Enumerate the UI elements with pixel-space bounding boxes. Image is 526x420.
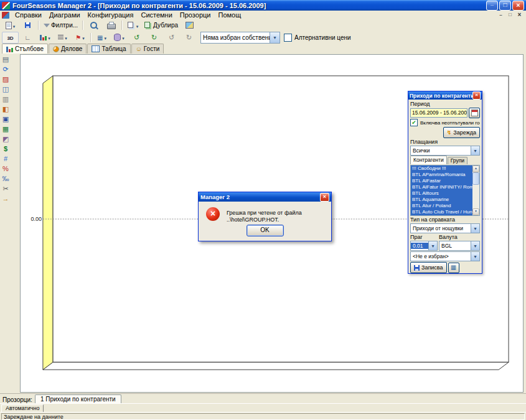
menu-item[interactable]: Конфигурация — [84, 11, 138, 19]
chevron-down-icon — [122, 34, 124, 41]
permille-icon[interactable]: ‰ — [1, 174, 11, 183]
period-input[interactable]: 15.06.2009 - 15.06.2009 — [410, 108, 467, 118]
close-button[interactable] — [512, 1, 524, 11]
list-scrollbar[interactable] — [472, 166, 479, 215]
grid-button[interactable] — [93, 32, 110, 44]
report-options-button[interactable] — [448, 263, 459, 273]
error-dialog-titlebar[interactable]: Manager 2 — [199, 192, 331, 202]
duplicate-button[interactable]: Дублира — [142, 19, 181, 31]
include-guests-checkbox[interactable] — [410, 119, 418, 126]
marks-button[interactable] — [72, 32, 88, 44]
gallery-button[interactable] — [181, 19, 198, 31]
copy-chart-icon[interactable]: ◫ — [1, 85, 11, 93]
export-icon[interactable]: → — [1, 194, 11, 203]
rotate-right-button[interactable] — [146, 32, 162, 44]
chart-type-button[interactable] — [37, 32, 54, 44]
maximize-button[interactable] — [499, 1, 511, 11]
error-icon — [206, 207, 220, 221]
lightning-icon — [447, 130, 452, 136]
bar-style-icon[interactable]: ▦ — [1, 124, 11, 133]
depth-button[interactable] — [111, 32, 128, 44]
titlebar[interactable]: FourSeasons Manager 2 - [Приходи по конт… — [0, 0, 526, 11]
values-icon[interactable]: # — [1, 154, 11, 163]
app-icon — [2, 2, 10, 9]
report-panel-close-button[interactable] — [472, 91, 481, 100]
contractor-item[interactable]: BTL AlFatur INFINITY/ Romani — [411, 184, 472, 190]
report-type-select[interactable]: Приходи от нощувки — [410, 223, 480, 233]
contractors-list: !!! Свободни !!!BTL APamrina/RomaniaBTL … — [411, 166, 472, 215]
axes-icon — [25, 34, 31, 41]
tab-table-label: Таблица — [101, 45, 126, 52]
error-dialog-close-button[interactable] — [320, 193, 329, 202]
mdi-close-button[interactable] — [515, 11, 524, 19]
contractor-item[interactable]: BTL APamrina/Romania — [411, 172, 472, 178]
payments-select[interactable]: Всички — [410, 146, 480, 156]
save-report-button[interactable]: Записва — [410, 262, 447, 273]
alternative-prices-checkbox[interactable] — [284, 34, 292, 42]
mdi-minimize-button[interactable] — [496, 11, 505, 19]
contractor-item[interactable]: !!! Свободни !!! — [411, 166, 472, 172]
threshold-combo[interactable]: 0.01 — [410, 241, 438, 251]
chart-wall-icon[interactable]: ▥ — [1, 95, 11, 103]
currency-label: Валута — [439, 234, 458, 240]
ok-button[interactable]: OK — [247, 225, 284, 236]
scroll-up-button[interactable] — [472, 166, 479, 172]
menu-item[interactable]: Помощ — [214, 11, 245, 19]
save-chart-icon[interactable]: ▣ — [1, 114, 11, 123]
tab-pie[interactable]: Дялове — [49, 44, 87, 54]
owner-select[interactable]: Няма избран собственици — [200, 32, 280, 44]
menu-item[interactable]: Справки — [11, 11, 45, 19]
tab-columns[interactable]: Стълбове — [2, 44, 48, 54]
print-preview-button[interactable] — [85, 19, 102, 31]
window-tab[interactable]: 1 Приходи по контрагенти — [35, 394, 121, 404]
report-panel-titlebar[interactable]: Приходи по контрагенти — [408, 91, 482, 100]
currency-icon[interactable]: $ — [1, 144, 11, 153]
new-button[interactable] — [2, 19, 19, 31]
view-3d-button[interactable] — [2, 32, 19, 44]
rotate-chart-icon[interactable]: ⟳ — [1, 65, 11, 73]
contractor-item[interactable]: BTL Alltours — [411, 190, 472, 197]
contractor-item[interactable]: BTL Aquamarine — [411, 197, 472, 203]
application-window: FourSeasons Manager 2 - [Приходи по конт… — [0, 0, 526, 420]
save-button[interactable] — [19, 19, 36, 31]
toolbar-separator — [82, 21, 83, 30]
owner-filter-select[interactable]: <Не е избран> — [410, 251, 480, 261]
print-preview-icon[interactable]: ▤ — [1, 55, 11, 63]
color-palette-icon[interactable]: ◩ — [1, 134, 11, 143]
scroll-thumb[interactable] — [472, 172, 479, 185]
cut-icon[interactable]: ✂ — [1, 184, 11, 193]
tab-guests[interactable]: Гости — [131, 44, 164, 54]
toolbar-separator — [90, 33, 92, 42]
percent-icon[interactable]: % — [1, 164, 11, 173]
rotate-left-button[interactable] — [128, 32, 145, 44]
load-button[interactable]: Зарежда — [443, 127, 480, 138]
tab-groups[interactable]: Групи — [448, 157, 467, 164]
contractor-item[interactable]: BTL Auto Club Travel / Hunga — [411, 209, 472, 215]
contractor-item[interactable]: BTL AlFastar — [411, 178, 472, 184]
copy-button[interactable] — [124, 19, 141, 31]
chevron-down-icon — [471, 252, 479, 261]
redo-rotation-button[interactable] — [181, 32, 197, 44]
load-button-label: Зарежда — [453, 129, 476, 136]
menu-item[interactable]: Диаграми — [45, 11, 84, 19]
chart-gallery-icon[interactable]: ▨ — [1, 75, 11, 83]
print-button[interactable] — [103, 19, 120, 31]
printer-icon — [107, 24, 116, 29]
currency-select[interactable]: BGL — [439, 241, 480, 251]
undo-rotation-button[interactable] — [163, 32, 180, 44]
tab-table[interactable]: Таблица — [87, 44, 130, 54]
menu-item[interactable]: Прозорци — [176, 11, 215, 19]
axes-button[interactable] — [19, 32, 36, 44]
contractor-item[interactable]: BTL Atur / Poland — [411, 203, 472, 209]
chevron-down-icon — [13, 22, 16, 29]
menu-item[interactable]: Системни — [137, 11, 176, 19]
filters-button[interactable]: Филтри... — [41, 19, 80, 31]
mdi-restore-button[interactable] — [505, 11, 515, 19]
minimize-button[interactable] — [486, 1, 498, 11]
scroll-down-button[interactable] — [472, 208, 479, 215]
grid-icon — [451, 264, 456, 271]
tab-contractors[interactable]: Контрагенти — [410, 156, 447, 164]
calendar-button[interactable] — [469, 108, 480, 118]
series-legend-icon[interactable]: ◧ — [1, 105, 11, 113]
legend-button[interactable] — [54, 32, 71, 44]
